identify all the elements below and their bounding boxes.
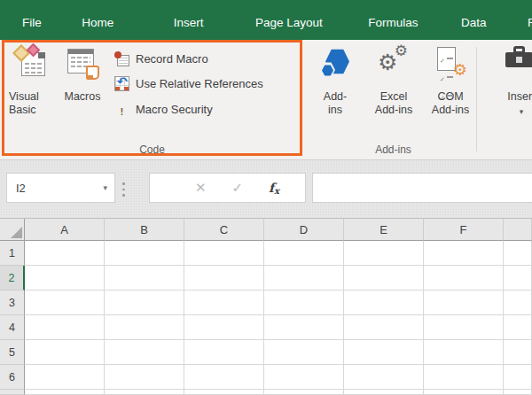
cell[interactable] (105, 266, 184, 290)
tab-page-layout[interactable]: Page Layout (255, 16, 323, 29)
cell[interactable] (25, 266, 105, 290)
row-header[interactable]: 4 (0, 315, 25, 340)
visual-basic-button[interactable]: Visual Basic (7, 45, 55, 137)
formula-bar-drag-handle-icon[interactable] (122, 182, 125, 197)
cell[interactable] (504, 290, 532, 315)
tab-review[interactable]: Review (528, 16, 532, 29)
relative-references-icon (114, 76, 129, 91)
cell[interactable] (264, 290, 344, 315)
cell[interactable] (105, 290, 184, 315)
cell[interactable] (344, 241, 424, 266)
cell[interactable] (424, 365, 504, 390)
cell[interactable] (424, 266, 504, 290)
spreadsheet-grid: ABCDEF123456 (0, 218, 532, 395)
cell[interactable] (344, 266, 424, 290)
macros-button[interactable]: Macros (57, 45, 108, 137)
cell[interactable] (184, 365, 264, 390)
cell[interactable] (105, 390, 184, 395)
add-ins-button[interactable]: Add- ins (312, 45, 358, 137)
insert-controls-button[interactable]: Insert ▾ (493, 45, 532, 137)
cell[interactable] (344, 290, 424, 315)
cell[interactable] (25, 241, 105, 266)
cell[interactable] (184, 241, 264, 266)
cell[interactable] (424, 390, 504, 395)
tab-formulas[interactable]: Formulas (368, 16, 418, 29)
use-relative-references-button[interactable]: Use Relative References (114, 74, 263, 92)
cell[interactable] (424, 340, 504, 365)
record-macro-label: Record Macro (136, 52, 208, 66)
excel-add-ins-button[interactable]: Excel Add-ins (364, 45, 424, 137)
cell[interactable] (184, 390, 264, 395)
macro-security-button[interactable]: Macro Security (114, 100, 213, 118)
cell[interactable] (264, 365, 344, 390)
com-add-ins-button[interactable]: COM Add-ins (426, 45, 475, 137)
formula-input[interactable] (312, 173, 532, 203)
column-header[interactable]: E (344, 219, 424, 241)
cell[interactable] (424, 315, 504, 340)
record-macro-icon (114, 51, 129, 66)
cell[interactable] (25, 340, 105, 365)
add-ins-hexagon-icon (317, 45, 353, 81)
name-box[interactable]: I2 ▾ (6, 173, 115, 203)
column-header[interactable]: D (264, 219, 344, 241)
formula-bar-strip: I2 ▾ ✕ ✓ fx (0, 160, 532, 218)
cell[interactable] (344, 390, 424, 395)
enter-icon[interactable]: ✓ (231, 180, 243, 196)
tab-home[interactable]: Home (82, 16, 113, 29)
name-box-value: I2 (16, 182, 26, 195)
select-all-corner[interactable] (0, 219, 25, 241)
visual-basic-label-line1: Visual (9, 90, 55, 104)
name-box-dropdown-icon[interactable]: ▾ (103, 183, 107, 192)
cell[interactable] (344, 340, 424, 365)
add-ins-group-label: Add-ins (312, 143, 474, 156)
cell[interactable] (184, 340, 264, 365)
macro-security-label: Macro Security (136, 103, 213, 116)
cell[interactable] (504, 390, 532, 395)
row-header[interactable]: 5 (0, 340, 25, 365)
cell[interactable] (264, 390, 344, 395)
record-macro-button[interactable]: Record Macro (114, 50, 208, 67)
cell[interactable] (25, 290, 105, 315)
row-header[interactable]: 6 (0, 365, 25, 390)
column-header[interactable]: B (105, 219, 184, 241)
cell[interactable] (504, 340, 532, 365)
cell[interactable] (344, 365, 424, 390)
cell[interactable] (424, 290, 504, 315)
cell[interactable] (184, 266, 264, 290)
cell[interactable] (264, 266, 344, 290)
row-header[interactable] (0, 390, 25, 395)
visual-basic-label-line2: Basic (9, 104, 55, 117)
tab-data[interactable]: Data (461, 16, 487, 29)
cell[interactable] (504, 365, 532, 390)
column-header[interactable]: A (25, 219, 105, 241)
row-header[interactable]: 2 (0, 266, 25, 290)
cell[interactable] (184, 290, 264, 315)
cell[interactable] (25, 390, 105, 395)
cell[interactable] (25, 365, 105, 390)
column-header[interactable]: C (184, 219, 264, 241)
column-header[interactable]: F (424, 219, 504, 241)
code-group-label: Code (2, 143, 302, 156)
tab-insert[interactable]: Insert (174, 16, 204, 29)
cell[interactable] (264, 340, 344, 365)
cell[interactable] (264, 241, 344, 266)
column-header[interactable] (504, 219, 532, 241)
cell[interactable] (344, 315, 424, 340)
cell[interactable] (184, 315, 264, 340)
cell[interactable] (105, 241, 184, 266)
row-header[interactable]: 3 (0, 290, 25, 315)
cell[interactable] (105, 315, 184, 340)
cell[interactable] (424, 241, 504, 266)
cell[interactable] (264, 315, 344, 340)
com-gear-icon (453, 62, 467, 79)
cell[interactable] (105, 365, 184, 390)
cell[interactable] (504, 241, 532, 266)
tab-file[interactable]: File (22, 16, 42, 29)
cell[interactable] (105, 340, 184, 365)
cell[interactable] (25, 315, 105, 340)
cell[interactable] (504, 266, 532, 290)
insert-function-icon[interactable]: fx (269, 181, 279, 196)
cell[interactable] (504, 315, 532, 340)
row-header[interactable]: 1 (0, 241, 25, 266)
cancel-icon[interactable]: ✕ (195, 180, 207, 196)
